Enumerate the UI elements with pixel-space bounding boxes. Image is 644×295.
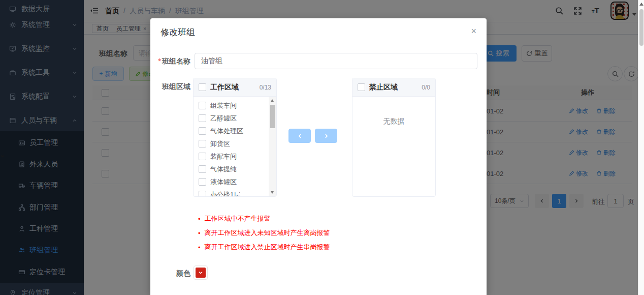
transfer-target-count: 0/0 bbox=[422, 84, 430, 91]
dialog-close-icon[interactable]: × bbox=[471, 26, 476, 36]
transfer-target-panel: 禁止区域 0/0 无数据 bbox=[352, 78, 436, 197]
empty-list-placeholder: 无数据 bbox=[352, 117, 435, 126]
transfer-source-header: 工作区域 0/13 bbox=[194, 78, 276, 97]
scroll-thumb[interactable] bbox=[639, 9, 643, 46]
transfer-item[interactable]: 气体提纯 bbox=[194, 163, 276, 175]
transfer-item[interactable]: 气体处理区 bbox=[194, 125, 276, 137]
transfer-item[interactable]: 卸货区 bbox=[194, 137, 276, 150]
page-scrollbar[interactable] bbox=[638, 0, 644, 295]
color-picker-trigger[interactable] bbox=[194, 266, 208, 280]
transfer-target-header: 禁止区域 0/0 bbox=[352, 78, 435, 97]
required-mark: * bbox=[158, 57, 161, 65]
alarm-note: •离开工作区域进入未知区域时产生离岗报警 bbox=[198, 228, 330, 238]
transfer-source-list: 组装车间 乙醇罐区 气体处理区 卸货区 装配车间 气体提纯 液体罐区 办公楼1层 bbox=[194, 97, 276, 196]
select-all-work-areas-checkbox[interactable] bbox=[199, 83, 206, 91]
transfer-target-title: 禁止区域 bbox=[369, 83, 398, 92]
alarm-note: •工作区域中不产生报警 bbox=[198, 214, 271, 223]
team-area-label: 班组区域 bbox=[150, 82, 190, 92]
transfer-to-right-button[interactable] bbox=[315, 129, 337, 143]
bullet-icon: • bbox=[198, 244, 201, 251]
team-name-label: *班组名称 bbox=[150, 57, 190, 66]
transfer-item[interactable]: 装配车间 bbox=[194, 150, 276, 163]
chevron-down-icon bbox=[198, 270, 203, 275]
chevron-right-icon bbox=[324, 133, 329, 139]
transfer-source-panel: 工作区域 0/13 组装车间 乙醇罐区 气体处理区 卸货区 装配车间 气体提纯 … bbox=[193, 78, 277, 197]
bullet-icon: • bbox=[198, 229, 201, 237]
transfer-target-list: 无数据 bbox=[352, 97, 435, 196]
chevron-left-icon bbox=[297, 133, 303, 139]
color-swatch bbox=[196, 268, 206, 278]
edit-team-dialog: 修改班组 × *班组名称 班组区域 工作区域 0/13 组装车间 乙醇罐区 气体… bbox=[150, 18, 487, 295]
dialog-title: 修改班组 bbox=[160, 26, 195, 38]
team-name-input[interactable] bbox=[195, 53, 477, 69]
transfer-item[interactable]: 液体罐区 bbox=[194, 175, 276, 188]
transfer-source-title: 工作区域 bbox=[210, 83, 239, 92]
transfer-item[interactable]: 办公楼1层 bbox=[194, 188, 276, 196]
scroll-up-icon[interactable] bbox=[271, 99, 274, 102]
scroll-thumb[interactable] bbox=[270, 105, 275, 128]
transfer-source-count: 0/13 bbox=[260, 84, 271, 91]
bullet-icon: • bbox=[198, 215, 201, 223]
scroll-down-icon[interactable] bbox=[271, 191, 274, 194]
scroll-up-icon[interactable] bbox=[639, 3, 643, 6]
list-scrollbar[interactable] bbox=[269, 97, 276, 196]
color-label: 颜色 bbox=[150, 269, 190, 278]
transfer-item[interactable]: 组装车间 bbox=[194, 99, 276, 112]
select-all-forbidden-areas-checkbox[interactable] bbox=[358, 83, 365, 91]
transfer-item[interactable]: 乙醇罐区 bbox=[194, 112, 276, 125]
transfer-to-left-button[interactable] bbox=[288, 129, 311, 143]
alarm-note: •离开工作区域进入禁止区域时产生串岗报警 bbox=[198, 243, 330, 252]
